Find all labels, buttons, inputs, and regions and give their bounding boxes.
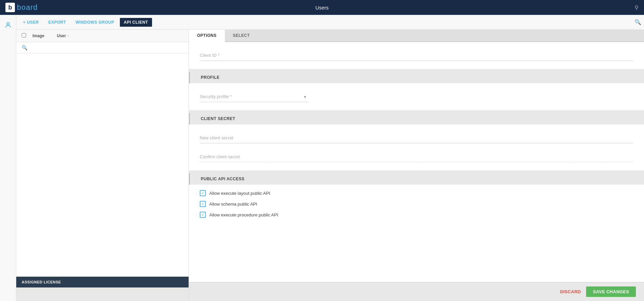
col-image-label: Image <box>33 33 53 38</box>
logo-letter: b <box>5 3 15 12</box>
profile-section: Security profile * ▼ <box>189 83 644 110</box>
public-api-checkboxes: ✓ Allow execute layout public API ✓ Allo… <box>189 185 644 223</box>
confirm-client-secret-input[interactable] <box>200 152 633 162</box>
api-client-button[interactable]: API CLIENT <box>120 18 152 27</box>
windows-group-button[interactable]: WINDOWS GROUP <box>71 18 119 27</box>
client-secret-section-header: CLIENT SECRET <box>189 113 644 124</box>
logo-text: board <box>17 3 38 12</box>
tab-options[interactable]: OPTIONS <box>189 30 225 42</box>
divider-1 <box>189 69 644 72</box>
list-search: 🔍 <box>16 42 189 53</box>
right-pane: OPTIONS SELECT PROFILE Security profile … <box>189 30 644 301</box>
col-user-label[interactable]: User ↑ <box>57 33 69 38</box>
toolbar-search-icon[interactable]: 🔍 <box>635 19 641 25</box>
list-header: Image User ↑ <box>16 30 189 42</box>
divider-3 <box>189 170 644 173</box>
search-icon[interactable]: ⚲ <box>635 4 639 11</box>
select-all-input[interactable] <box>22 33 26 38</box>
client-id-input[interactable] <box>200 50 633 61</box>
user-list <box>16 53 189 277</box>
tab-bar: OPTIONS SELECT <box>189 30 644 42</box>
tab-select[interactable]: SELECT <box>225 30 258 42</box>
assigned-license-bar: ASSIGNED LICENSE <box>16 277 189 287</box>
page-title: Users <box>315 5 328 10</box>
divider-2 <box>189 110 644 113</box>
export-button[interactable]: EXPORT <box>44 18 70 27</box>
client-id-section <box>189 42 644 69</box>
top-bar: b board Users ⚲ <box>0 0 644 15</box>
form-footer: DISCARD SAVE CHANGES <box>189 282 644 301</box>
license-footer <box>16 287 189 301</box>
checkbox-label-execute-procedure: Allow execute procedure public API <box>209 212 278 217</box>
form-body: PROFILE Security profile * ▼ CLIENT SECR… <box>189 42 644 282</box>
client-secret-section <box>189 124 644 170</box>
svg-point-0 <box>7 23 9 25</box>
new-client-secret-input[interactable] <box>200 133 633 143</box>
sort-arrow-icon: ↑ <box>67 34 69 38</box>
checkbox-icon-execute-procedure: ✓ <box>200 212 206 218</box>
search-small-icon[interactable]: 🔍 <box>22 45 27 50</box>
checkbox-allow-schema[interactable]: ✓ Allow schema public API <box>200 201 633 207</box>
save-button[interactable]: SAVE CHANGES <box>586 286 636 297</box>
add-user-button[interactable]: + USER <box>19 18 43 27</box>
discard-button[interactable]: DISCARD <box>560 289 581 294</box>
security-profile-wrapper: Security profile * ▼ <box>200 91 308 102</box>
select-all-checkbox[interactable] <box>22 33 28 39</box>
profile-section-header: PROFILE <box>189 72 644 83</box>
two-column-layout: Image User ↑ 🔍 ASSIGNED LICENSE OPTIONS … <box>16 30 644 301</box>
checkbox-label-schema: Allow schema public API <box>209 202 257 207</box>
checkbox-allow-execute-layout[interactable]: ✓ Allow execute layout public API <box>200 190 633 196</box>
checkbox-label-execute-layout: Allow execute layout public API <box>209 191 270 196</box>
public-api-section-header: PUBLIC API ACCESS <box>189 173 644 185</box>
main-content: + USER EXPORT WINDOWS GROUP API CLIENT 🔍… <box>16 15 644 301</box>
checkbox-allow-execute-procedure[interactable]: ✓ Allow execute procedure public API <box>200 212 633 218</box>
left-pane: Image User ↑ 🔍 ASSIGNED LICENSE <box>16 30 189 301</box>
security-profile-select[interactable]: Security profile * <box>200 91 308 102</box>
app-logo: b board <box>5 3 38 12</box>
toolbar: + USER EXPORT WINDOWS GROUP API CLIENT 🔍 <box>16 15 644 30</box>
checkbox-icon-execute-layout: ✓ <box>200 190 206 196</box>
users-icon[interactable] <box>2 19 14 31</box>
checkbox-icon-schema: ✓ <box>200 201 206 207</box>
sidebar <box>0 15 16 301</box>
